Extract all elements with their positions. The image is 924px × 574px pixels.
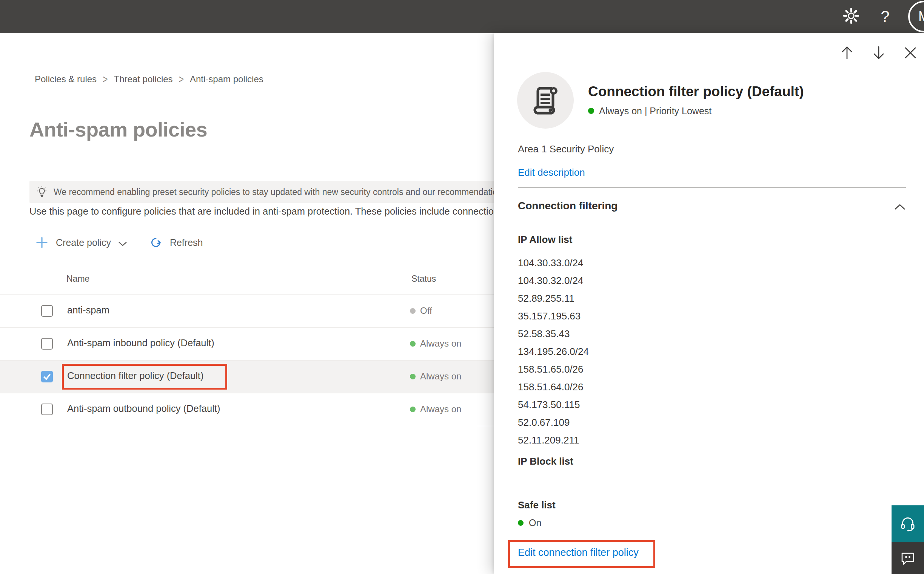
support-widget-button[interactable] <box>892 505 924 542</box>
status-dot <box>410 407 416 412</box>
status-cell: Off <box>410 306 432 316</box>
refresh-icon <box>149 236 162 249</box>
gear-icon <box>842 7 860 26</box>
row-checkbox[interactable] <box>41 338 53 350</box>
flyout-status-line: Always on | Priority Lowest <box>588 106 804 117</box>
row-checkbox[interactable] <box>41 371 53 382</box>
edit-connection-filter-policy-link[interactable]: Edit connection filter policy <box>518 547 639 558</box>
breadcrumb-anti-spam-policies[interactable]: Anti-spam policies <box>190 74 263 85</box>
lightbulb-icon <box>35 186 48 199</box>
page-title: Anti-spam policies <box>29 118 207 141</box>
close-icon[interactable] <box>902 44 919 61</box>
ip-block-list-label: IP Block list <box>518 456 573 467</box>
question-mark-icon: ? <box>881 8 889 26</box>
connection-filtering-section-header[interactable]: Connection filtering <box>518 200 617 212</box>
flyout-title: Connection filter policy (Default) <box>588 84 804 99</box>
chevron-up-icon[interactable] <box>894 203 906 212</box>
status-text: Always on <box>420 338 461 349</box>
flyout-title-block: Connection filter policy (Default) Alway… <box>588 84 804 117</box>
top-navigation-bar: ? M <box>0 0 924 33</box>
column-header-name[interactable]: Name <box>66 274 89 284</box>
column-header-status[interactable]: Status <box>411 274 436 284</box>
ip-entry: 52.58.35.43 <box>518 325 589 343</box>
ip-entry: 158.51.65.0/26 <box>518 361 589 378</box>
status-text: Always on <box>420 371 461 382</box>
policy-name[interactable]: Anti-spam inbound policy (Default) <box>67 337 214 348</box>
policy-description: Area 1 Security Policy <box>518 144 614 155</box>
status-cell: Always on <box>410 404 461 415</box>
policy-name[interactable]: Anti-spam outbound policy (Default) <box>67 403 220 414</box>
status-on-dot <box>588 108 594 114</box>
refresh-button[interactable]: Refresh <box>149 236 203 249</box>
scroll-policy-icon <box>531 85 560 116</box>
ip-allow-list: 104.30.33.0/24104.30.32.0/2452.89.255.11… <box>518 254 589 449</box>
row-checkbox[interactable] <box>41 404 53 415</box>
previous-item-button[interactable] <box>839 44 855 61</box>
ip-entry: 54.173.50.115 <box>518 396 589 414</box>
list-toolbar: Create policy Refresh <box>35 233 203 252</box>
status-cell: Always on <box>410 338 461 349</box>
edit-description-link[interactable]: Edit description <box>518 167 585 178</box>
status-dot <box>410 308 416 314</box>
account-avatar[interactable]: M <box>908 1 924 32</box>
chevron-down-icon <box>118 241 128 247</box>
flyout-status-text: Always on | Priority Lowest <box>599 106 712 117</box>
plus-icon <box>35 236 48 249</box>
ip-entry: 104.30.32.0/24 <box>518 272 589 290</box>
status-dot <box>410 341 416 347</box>
banner-text: We recommend enabling preset security po… <box>54 187 509 197</box>
create-policy-button[interactable]: Create policy <box>35 236 128 249</box>
next-item-button[interactable] <box>870 44 887 61</box>
breadcrumb: Policies & rules > Threat policies > Ant… <box>35 74 263 85</box>
safe-list-label: Safe list <box>518 499 555 511</box>
ip-entry: 134.195.26.0/24 <box>518 343 589 361</box>
feedback-widget-button[interactable] <box>892 542 924 574</box>
status-text: Always on <box>420 404 461 415</box>
ip-entry: 158.51.64.0/26 <box>518 378 589 396</box>
ip-entry: 35.157.195.63 <box>518 308 589 325</box>
safe-list-status: On <box>518 517 541 528</box>
breadcrumb-policies-rules[interactable]: Policies & rules <box>35 74 97 85</box>
flyout-navigation <box>839 44 919 61</box>
ip-entry: 104.30.33.0/24 <box>518 254 589 272</box>
avatar-initial: M <box>918 9 924 25</box>
feedback-speech-bubble-icon <box>899 550 916 566</box>
ip-entry: 52.11.209.211 <box>518 431 589 449</box>
chevron-right-icon: > <box>179 73 184 86</box>
chevron-right-icon: > <box>103 73 108 86</box>
headset-icon <box>899 515 917 533</box>
flyout-header: Connection filter policy (Default) Alway… <box>517 72 804 129</box>
policy-details-flyout: Connection filter policy (Default) Alway… <box>494 33 924 574</box>
annotation-highlight <box>62 364 227 390</box>
safe-list-status-text: On <box>529 517 541 528</box>
refresh-label: Refresh <box>170 237 203 248</box>
breadcrumb-threat-policies[interactable]: Threat policies <box>114 74 173 85</box>
status-on-dot <box>518 520 524 526</box>
help-button[interactable]: ? <box>877 0 894 33</box>
status-text: Off <box>420 306 432 316</box>
ip-entry: 52.89.255.11 <box>518 290 589 308</box>
create-policy-label: Create policy <box>56 237 111 248</box>
ip-entry: 52.0.67.109 <box>518 414 589 431</box>
app-window: ? M Policies & rules > Threat policies >… <box>0 0 924 574</box>
policy-name[interactable]: anti-spam <box>67 305 109 316</box>
settings-button[interactable] <box>842 0 860 33</box>
policy-icon-circle <box>517 72 574 129</box>
divider <box>518 188 906 188</box>
status-cell: Always on <box>410 371 461 382</box>
row-checkbox[interactable] <box>41 305 53 317</box>
ip-allow-list-label: IP Allow list <box>518 234 572 246</box>
status-dot <box>410 374 416 379</box>
